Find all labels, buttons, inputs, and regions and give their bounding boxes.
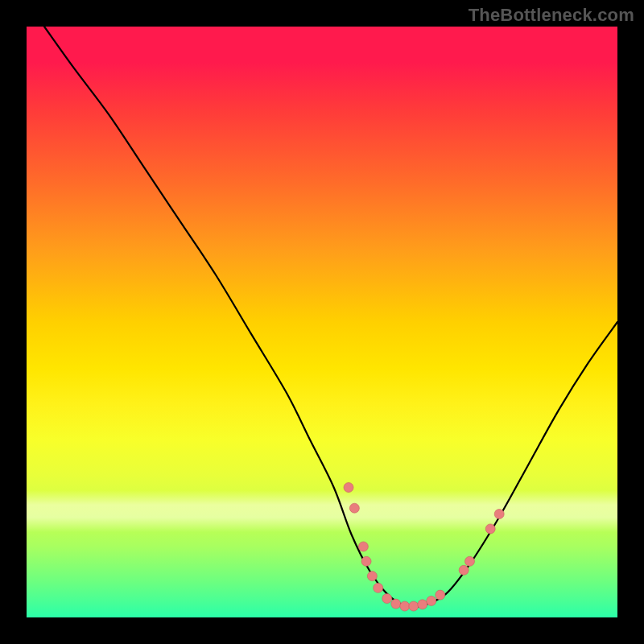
data-point bbox=[485, 524, 495, 534]
data-points bbox=[344, 483, 504, 612]
chart-container: TheBottleneck.com bbox=[0, 0, 644, 644]
data-point bbox=[409, 601, 419, 611]
data-point bbox=[427, 596, 436, 605]
data-point bbox=[465, 556, 475, 566]
data-point bbox=[374, 583, 383, 592]
bottleneck-curve bbox=[44, 27, 617, 607]
data-point bbox=[418, 600, 427, 609]
data-point bbox=[400, 601, 410, 611]
watermark-text: TheBottleneck.com bbox=[469, 5, 634, 26]
data-point bbox=[361, 556, 371, 566]
data-point bbox=[367, 572, 377, 581]
data-point bbox=[358, 542, 368, 551]
data-point bbox=[344, 483, 353, 493]
chart-overlay bbox=[27, 27, 617, 617]
data-point bbox=[459, 565, 469, 575]
data-point bbox=[349, 503, 359, 513]
data-point bbox=[436, 590, 445, 600]
plot-area bbox=[27, 27, 617, 617]
data-point bbox=[494, 510, 504, 519]
data-point bbox=[391, 599, 401, 609]
data-point bbox=[382, 594, 392, 604]
